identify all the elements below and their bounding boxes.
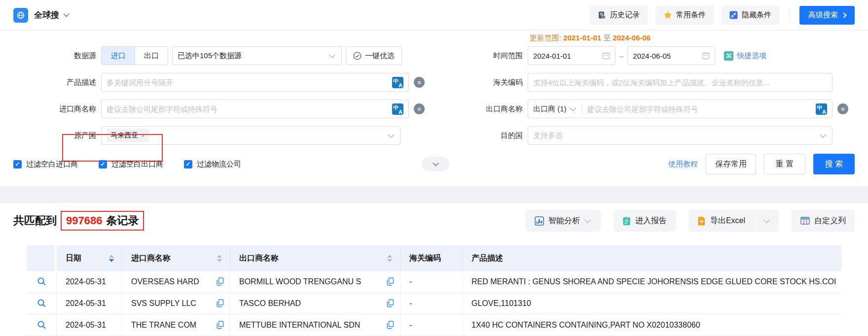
table-row: 2024-05-31 SVS SUPPLY LLC TASCO BERHAD -… — [27, 293, 841, 314]
translate-icon[interactable]: 中A — [392, 103, 403, 115]
date-to-value[interactable] — [633, 52, 699, 60]
datasource-select[interactable]: 已选中105个数据源 — [172, 46, 342, 65]
header-importer[interactable]: 进口商名称 — [122, 245, 230, 271]
exporter-cell: TASCO BERHAD — [230, 293, 400, 314]
hs-code-field[interactable] — [533, 78, 827, 87]
row-detail-cell — [27, 271, 57, 292]
export-excel-label: 导出Excel — [710, 216, 745, 226]
hs-code-input[interactable] — [528, 73, 832, 92]
checkbox-checked-icon: ✓ — [184, 160, 192, 168]
date-to-input[interactable] — [627, 46, 715, 65]
form-action-buttons: 使用教程 保存常用 重 置 搜 索 — [668, 154, 855, 174]
importer-input[interactable]: 中A — [101, 100, 409, 118]
exporter-type-select[interactable]: 出口商 (1) — [533, 104, 582, 114]
filter-blank-exporter-checkbox[interactable]: ✓ 过滤空白出口商 — [99, 160, 163, 169]
filter-logistics-checkbox[interactable]: ✓ 过滤物流公司 — [184, 160, 241, 169]
origin-country-label: 原产国 — [0, 131, 101, 140]
header-hs-code: 海关编码 — [400, 245, 463, 271]
chevron-down-icon — [329, 52, 335, 58]
close-icon[interactable]: × — [141, 132, 145, 139]
advanced-search-button[interactable]: 高级搜索 — [799, 6, 855, 25]
copy-icon[interactable] — [217, 277, 224, 286]
exclude-keywords-icon[interactable]: ≡ — [837, 103, 848, 114]
custom-columns-button[interactable]: 自定义列 — [792, 210, 855, 232]
quick-options-button[interactable]: ⌘ 快捷选项 — [724, 51, 766, 61]
smart-analysis-label: 智能分析 — [548, 216, 580, 226]
reset-button[interactable]: 重 置 — [764, 154, 805, 174]
exclude-keywords-icon[interactable]: ≡ — [414, 77, 425, 88]
favorites-label: 常用条件 — [676, 10, 706, 20]
search-button[interactable]: 搜 索 — [813, 154, 855, 174]
copy-icon[interactable] — [387, 321, 394, 329]
results-section: 共匹配到 997686 条记录 BI 智能分析 — [0, 203, 868, 336]
favorite-conditions-button[interactable]: 常用条件 — [655, 6, 714, 25]
header-exporter[interactable]: 出口商名称 — [230, 245, 400, 271]
header-hs-label: 海关编码 — [409, 253, 441, 264]
origin-country-tag-label: 马来西亚 — [110, 131, 138, 140]
count-highlight-box: 997686 条记录 — [61, 211, 144, 231]
product-desc-input[interactable]: 中A — [101, 73, 409, 92]
magnifier-icon[interactable] — [37, 277, 46, 286]
sort-desc-icon — [217, 259, 222, 262]
exporter-input[interactable]: 出口商 (1) 中A — [528, 100, 832, 118]
exporter-type-value: 出口商 (1) — [533, 104, 567, 114]
app-title: 全球搜 — [34, 9, 59, 21]
exclude-keywords-icon[interactable]: ≡ — [414, 103, 425, 114]
one-click-optimize-button[interactable]: 一键优选 — [346, 46, 402, 65]
sort-icons[interactable] — [109, 255, 114, 262]
destination-select[interactable]: 支持多选 — [528, 126, 832, 145]
checkbox-checked-icon: ✓ — [99, 160, 107, 168]
calendar-icon — [602, 52, 610, 60]
importer-cell: SVS SUPPLY LLC — [122, 293, 230, 314]
origin-country-select[interactable]: 马来西亚 × — [101, 126, 400, 145]
bi-analysis-icon: BI — [535, 216, 544, 226]
exporter-field[interactable] — [587, 105, 812, 113]
header-date[interactable]: 日期 — [57, 245, 122, 271]
export-excel-button[interactable]: 导出Excel — [688, 210, 754, 232]
copy-icon[interactable] — [217, 299, 224, 307]
enter-report-button[interactable]: 进入报告 — [614, 210, 676, 232]
smart-analysis-button[interactable]: BI 智能分析 — [526, 210, 601, 232]
history-button[interactable]: 历史记录 — [590, 6, 648, 25]
date-from-input[interactable] — [528, 46, 615, 65]
app-switch-chevron-icon[interactable] — [63, 11, 70, 17]
table-row: 2024-05-31 THE TRANE COM METTUBE INTERNA… — [27, 314, 841, 336]
datasource-selected-value: 已选中105个数据源 — [178, 51, 326, 61]
tab-import[interactable]: 进口 — [102, 47, 135, 65]
copy-icon[interactable] — [217, 321, 224, 329]
hide-conditions-button[interactable]: 隐藏条件 — [722, 6, 779, 25]
importer-field[interactable] — [107, 105, 388, 113]
copy-icon[interactable] — [387, 299, 394, 307]
origin-country-tag[interactable]: 马来西亚 × — [107, 129, 149, 142]
filter-blank-importer-checkbox[interactable]: ✓ 过滤空白进口商 — [13, 160, 78, 169]
save-common-button[interactable]: 保存常用 — [706, 154, 756, 174]
globe-icon — [16, 11, 25, 20]
date-range-dash: – — [619, 52, 623, 60]
sort-icons[interactable] — [217, 255, 222, 262]
checkbox-label: 过滤物流公司 — [197, 160, 241, 169]
chevron-down-icon — [584, 217, 591, 223]
update-range-text: 更新范围: 2021-01-01 至 2024-06-06 — [530, 34, 651, 43]
sort-icons[interactable] — [387, 255, 392, 262]
product-desc-field[interactable] — [107, 78, 388, 87]
app-logo — [13, 8, 28, 23]
translate-icon[interactable]: 中A — [392, 77, 403, 88]
product-desc-cell: GLOVE,1101310 — [463, 293, 841, 314]
destination-placeholder: 支持多选 — [533, 131, 817, 140]
hs-code-label: 海关编码 — [432, 78, 528, 87]
translate-icon[interactable]: 中A — [816, 103, 827, 115]
export-more-button[interactable] — [754, 210, 779, 232]
magnifier-icon[interactable] — [37, 320, 46, 330]
date-from-value[interactable] — [533, 52, 599, 60]
header-exporter-label: 出口商名称 — [239, 253, 279, 264]
date-cell: 2024-05-31 — [57, 293, 122, 314]
advanced-search-label: 高级搜索 — [808, 10, 838, 20]
copy-icon[interactable] — [387, 277, 394, 286]
expand-more-conditions-button[interactable] — [422, 157, 449, 171]
header-importer-label: 进口商名称 — [131, 253, 171, 264]
magnifier-icon[interactable] — [37, 299, 46, 308]
tutorial-link[interactable]: 使用教程 — [668, 160, 698, 169]
hs-code-cell: - — [400, 271, 463, 292]
tab-export[interactable]: 出口 — [135, 47, 168, 65]
table-body: 2024-05-31 OVERSEAS HARD BORMILL WOOD TR… — [27, 271, 841, 336]
